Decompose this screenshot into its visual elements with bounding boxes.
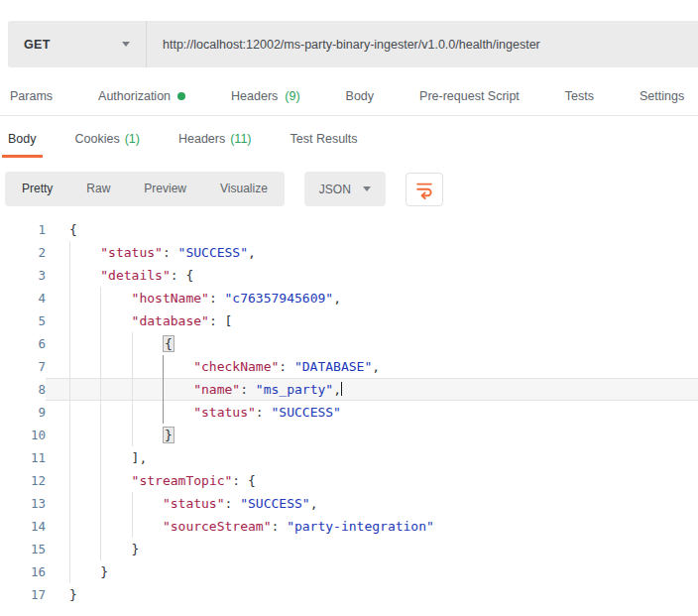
line-number: 9 bbox=[0, 401, 46, 424]
json-punctuation: ], bbox=[132, 450, 148, 465]
code-line[interactable]: 17} bbox=[0, 583, 698, 606]
count-badge: (9) bbox=[285, 89, 299, 103]
json-key: "sourceStream" bbox=[163, 519, 272, 534]
tab-label: Tests bbox=[565, 89, 594, 103]
response-tab-headers[interactable]: Headers(11) bbox=[173, 132, 258, 158]
line-number: 12 bbox=[0, 469, 46, 492]
chevron-down-icon bbox=[122, 42, 130, 47]
tab-label: Headers bbox=[231, 89, 278, 103]
response-tab-body[interactable]: Body bbox=[2, 132, 43, 158]
json-punctuation: { bbox=[69, 222, 77, 237]
view-mode-pretty[interactable]: Pretty bbox=[5, 172, 69, 206]
language-select[interactable]: JSON bbox=[304, 172, 386, 206]
indent-guide bbox=[69, 241, 70, 264]
code-line[interactable]: 16} bbox=[0, 560, 698, 583]
code-line[interactable]: 4"hostName": "c76357945609", bbox=[0, 287, 698, 309]
code-line[interactable]: 9"status": "SUCCESS" bbox=[0, 401, 698, 424]
json-punctuation: } bbox=[100, 564, 108, 579]
json-punctuation: , bbox=[333, 382, 341, 397]
indent-guide bbox=[163, 401, 164, 424]
indent-guide bbox=[69, 469, 70, 492]
tab-authorization[interactable]: Authorization bbox=[98, 89, 185, 103]
wrap-text-button[interactable] bbox=[406, 173, 443, 206]
json-punctuation: , bbox=[310, 496, 318, 511]
code-line[interactable]: 3"details": { bbox=[0, 264, 698, 287]
json-punctuation: } bbox=[69, 587, 77, 602]
code-line[interactable]: 12"streamTopic": { bbox=[0, 469, 698, 492]
view-mode-switch: PrettyRawPreviewVisualize bbox=[5, 172, 285, 206]
line-number: 6 bbox=[0, 332, 46, 355]
count-badge: (11) bbox=[230, 132, 251, 146]
code-line[interactable]: 13"status": "SUCCESS", bbox=[0, 492, 698, 515]
indent-guide bbox=[100, 355, 101, 378]
tab-label: Headers bbox=[178, 132, 225, 146]
code-line[interactable]: 10} bbox=[0, 424, 698, 446]
tab-label: Body bbox=[346, 89, 375, 103]
indent-guide bbox=[69, 446, 70, 469]
code-line[interactable]: 1{ bbox=[0, 218, 698, 241]
json-key: "details" bbox=[100, 268, 170, 283]
json-punctuation: : bbox=[163, 245, 178, 260]
json-string: "DATABASE" bbox=[294, 359, 372, 374]
tab-tests[interactable]: Tests bbox=[565, 89, 594, 103]
json-punctuation: : bbox=[209, 291, 225, 306]
code-line[interactable]: 14"sourceStream": "party-integration" bbox=[0, 515, 698, 538]
view-mode-visualize[interactable]: Visualize bbox=[203, 172, 285, 206]
code-line[interactable]: 5"database": [ bbox=[0, 309, 698, 332]
indent-guide bbox=[69, 492, 70, 515]
json-punctuation: : { bbox=[232, 473, 255, 488]
tab-body[interactable]: Body bbox=[346, 89, 375, 103]
indent-guide bbox=[132, 515, 133, 538]
method-select[interactable]: GET bbox=[8, 21, 147, 67]
response-tab-cookies[interactable]: Cookies(1) bbox=[69, 132, 146, 158]
indent-guide bbox=[132, 332, 133, 355]
json-key: "checkName" bbox=[193, 359, 279, 374]
json-punctuation: , bbox=[333, 291, 341, 306]
request-tabs: ParamsAuthorizationHeaders(9)BodyPre-req… bbox=[0, 89, 698, 116]
indent-guide bbox=[69, 560, 70, 583]
view-mode-raw[interactable]: Raw bbox=[69, 172, 127, 206]
method-label: GET bbox=[24, 38, 51, 52]
code-line[interactable]: 7"checkName": "DATABASE", bbox=[0, 355, 698, 378]
json-punctuation: , bbox=[248, 245, 256, 260]
json-punctuation: : { bbox=[171, 268, 193, 283]
tab-headers[interactable]: Headers(9) bbox=[231, 89, 300, 103]
json-punctuation: } bbox=[163, 427, 174, 443]
tab-pre-request-script[interactable]: Pre-request Script bbox=[419, 89, 520, 103]
json-punctuation: : bbox=[240, 382, 256, 397]
indent-guide bbox=[100, 424, 101, 446]
tab-params[interactable]: Params bbox=[10, 89, 53, 103]
json-punctuation: , bbox=[372, 359, 380, 374]
code-line[interactable]: 11], bbox=[0, 446, 698, 469]
indent-guide bbox=[69, 355, 70, 378]
code-line[interactable]: 6{ bbox=[0, 332, 698, 355]
line-number: 11 bbox=[0, 446, 46, 469]
view-mode-preview[interactable]: Preview bbox=[127, 172, 203, 206]
json-key: "streamTopic" bbox=[132, 473, 233, 488]
tab-label: Params bbox=[10, 89, 53, 103]
indent-guide bbox=[100, 287, 101, 309]
json-key: "hostName" bbox=[132, 291, 209, 306]
line-number: 8 bbox=[0, 378, 46, 401]
line-number: 15 bbox=[0, 538, 46, 560]
tab-label: Settings bbox=[640, 89, 684, 103]
code-line[interactable]: 2"status": "SUCCESS", bbox=[0, 241, 698, 264]
tab-settings[interactable]: Settings bbox=[640, 89, 684, 103]
line-number: 2 bbox=[0, 241, 46, 264]
line-number: 16 bbox=[0, 560, 46, 583]
tab-label: Test Results bbox=[291, 132, 358, 146]
indent-guide bbox=[69, 287, 70, 309]
indent-guide bbox=[163, 378, 164, 401]
indent-guide bbox=[132, 424, 133, 446]
response-tab-test-results[interactable]: Test Results bbox=[285, 132, 364, 158]
indent-guide bbox=[69, 332, 70, 355]
indent-guide bbox=[100, 469, 101, 492]
indent-guide bbox=[100, 538, 101, 560]
url-input[interactable]: http://localhost:12002/ms-party-binary-i… bbox=[147, 21, 698, 67]
code-line[interactable]: 8"name": "ms_party", bbox=[0, 378, 698, 401]
json-key: "status" bbox=[163, 496, 225, 511]
indent-guide bbox=[69, 378, 70, 401]
code-line[interactable]: 15} bbox=[0, 538, 698, 560]
tab-label: Cookies bbox=[75, 132, 120, 146]
indent-guide bbox=[69, 515, 70, 538]
